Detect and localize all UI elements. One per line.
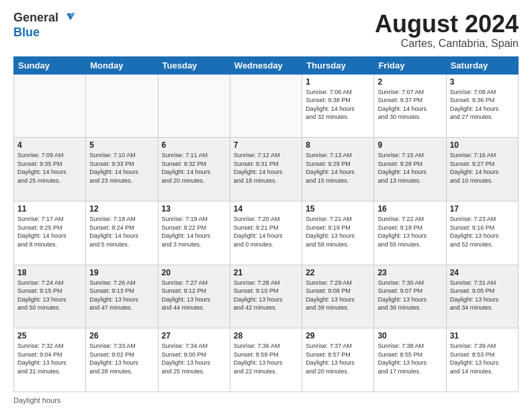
day-info: Sunrise: 7:30 AM Sunset: 9:07 PM Dayligh… bbox=[378, 279, 442, 312]
page: General Blue August 2024 Cartes, Cantabr… bbox=[0, 0, 532, 411]
main-title: August 2024 bbox=[375, 11, 519, 38]
day-number: 25 bbox=[17, 331, 82, 340]
day-number: 18 bbox=[17, 268, 82, 277]
day-info: Sunrise: 7:28 AM Sunset: 9:10 PM Dayligh… bbox=[234, 279, 298, 312]
cell-week4-day3: 21Sunrise: 7:28 AM Sunset: 9:10 PM Dayli… bbox=[230, 265, 302, 328]
day-number: 26 bbox=[89, 331, 154, 340]
day-number: 2 bbox=[378, 77, 442, 87]
cell-week3-day1: 12Sunrise: 7:18 AM Sunset: 9:24 PM Dayli… bbox=[86, 201, 158, 265]
header: General Blue August 2024 Cartes, Cantabr… bbox=[13, 11, 519, 50]
day-info: Sunrise: 7:29 AM Sunset: 9:08 PM Dayligh… bbox=[306, 279, 370, 312]
day-info: Sunrise: 7:20 AM Sunset: 9:21 PM Dayligh… bbox=[234, 215, 298, 248]
day-info: Sunrise: 7:13 AM Sunset: 9:29 PM Dayligh… bbox=[306, 151, 370, 185]
day-info: Sunrise: 7:36 AM Sunset: 8:58 PM Dayligh… bbox=[234, 342, 298, 375]
cell-week3-day0: 11Sunrise: 7:17 AM Sunset: 9:25 PM Dayli… bbox=[14, 201, 86, 265]
cell-week1-day0 bbox=[14, 74, 86, 138]
cell-week4-day5: 23Sunrise: 7:30 AM Sunset: 9:07 PM Dayli… bbox=[374, 265, 446, 328]
day-number: 13 bbox=[162, 204, 226, 214]
day-info: Sunrise: 7:09 AM Sunset: 9:35 PM Dayligh… bbox=[17, 151, 82, 185]
day-info: Sunrise: 7:19 AM Sunset: 9:22 PM Dayligh… bbox=[162, 215, 226, 248]
day-number: 19 bbox=[89, 268, 154, 277]
cell-week1-day5: 2Sunrise: 7:07 AM Sunset: 9:37 PM Daylig… bbox=[374, 74, 446, 138]
day-number: 27 bbox=[162, 331, 226, 340]
cell-week5-day0: 25Sunrise: 7:32 AM Sunset: 9:04 PM Dayli… bbox=[14, 328, 86, 392]
day-number: 11 bbox=[17, 204, 82, 214]
week-row-3: 11Sunrise: 7:17 AM Sunset: 9:25 PM Dayli… bbox=[14, 201, 519, 265]
day-number: 9 bbox=[378, 140, 442, 150]
day-info: Sunrise: 7:33 AM Sunset: 9:02 PM Dayligh… bbox=[89, 342, 154, 375]
day-number: 17 bbox=[450, 204, 515, 214]
day-number: 3 bbox=[450, 77, 515, 87]
cell-week2-day2: 6Sunrise: 7:11 AM Sunset: 9:32 PM Daylig… bbox=[158, 138, 230, 201]
day-info: Sunrise: 7:16 AM Sunset: 9:27 PM Dayligh… bbox=[450, 151, 515, 185]
day-number: 6 bbox=[162, 140, 226, 150]
header-thursday: Thursday bbox=[302, 56, 374, 74]
day-info: Sunrise: 7:10 AM Sunset: 9:33 PM Dayligh… bbox=[89, 151, 154, 185]
day-info: Sunrise: 7:15 AM Sunset: 9:28 PM Dayligh… bbox=[378, 151, 442, 185]
cell-week1-day6: 3Sunrise: 7:08 AM Sunset: 9:36 PM Daylig… bbox=[446, 74, 518, 138]
subtitle: Cartes, Cantabria, Spain bbox=[375, 38, 519, 50]
day-number: 7 bbox=[234, 140, 298, 150]
day-info: Sunrise: 7:11 AM Sunset: 9:32 PM Dayligh… bbox=[162, 151, 226, 185]
cell-week5-day1: 26Sunrise: 7:33 AM Sunset: 9:02 PM Dayli… bbox=[86, 328, 158, 392]
logo-blue: Blue bbox=[13, 26, 75, 40]
day-number: 28 bbox=[234, 331, 298, 340]
cell-week2-day0: 4Sunrise: 7:09 AM Sunset: 9:35 PM Daylig… bbox=[14, 138, 86, 201]
day-number: 21 bbox=[234, 268, 298, 277]
day-info: Sunrise: 7:39 AM Sunset: 8:53 PM Dayligh… bbox=[450, 342, 515, 375]
cell-week1-day1 bbox=[86, 74, 158, 138]
day-number: 8 bbox=[306, 140, 370, 150]
cell-week4-day1: 19Sunrise: 7:26 AM Sunset: 9:13 PM Dayli… bbox=[86, 265, 158, 328]
week-row-2: 4Sunrise: 7:09 AM Sunset: 9:35 PM Daylig… bbox=[14, 138, 519, 201]
cell-week5-day5: 30Sunrise: 7:38 AM Sunset: 8:55 PM Dayli… bbox=[374, 328, 446, 392]
day-info: Sunrise: 7:08 AM Sunset: 9:36 PM Dayligh… bbox=[450, 88, 515, 122]
cell-week1-day4: 1Sunrise: 7:06 AM Sunset: 9:38 PM Daylig… bbox=[302, 74, 374, 138]
cell-week5-day6: 31Sunrise: 7:39 AM Sunset: 8:53 PM Dayli… bbox=[446, 328, 518, 392]
logo: General Blue bbox=[13, 11, 75, 40]
cell-week3-day3: 14Sunrise: 7:20 AM Sunset: 9:21 PM Dayli… bbox=[230, 201, 302, 265]
week-row-5: 25Sunrise: 7:32 AM Sunset: 9:04 PM Dayli… bbox=[14, 328, 519, 392]
cell-week1-day3 bbox=[230, 74, 302, 138]
header-tuesday: Tuesday bbox=[158, 56, 230, 74]
day-info: Sunrise: 7:06 AM Sunset: 9:38 PM Dayligh… bbox=[306, 88, 370, 122]
day-info: Sunrise: 7:07 AM Sunset: 9:37 PM Dayligh… bbox=[378, 88, 442, 122]
day-number: 5 bbox=[89, 140, 154, 150]
day-info: Sunrise: 7:34 AM Sunset: 9:00 PM Dayligh… bbox=[162, 342, 226, 375]
cell-week2-day5: 9Sunrise: 7:15 AM Sunset: 9:28 PM Daylig… bbox=[374, 138, 446, 201]
cell-week2-day6: 10Sunrise: 7:16 AM Sunset: 9:27 PM Dayli… bbox=[446, 138, 518, 201]
cell-week4-day4: 22Sunrise: 7:29 AM Sunset: 9:08 PM Dayli… bbox=[302, 265, 374, 328]
day-number: 30 bbox=[378, 331, 442, 340]
cell-week3-day5: 16Sunrise: 7:22 AM Sunset: 9:18 PM Dayli… bbox=[374, 201, 446, 265]
day-number: 10 bbox=[450, 140, 515, 150]
cell-week2-day1: 5Sunrise: 7:10 AM Sunset: 9:33 PM Daylig… bbox=[86, 138, 158, 201]
day-info: Sunrise: 7:32 AM Sunset: 9:04 PM Dayligh… bbox=[17, 342, 82, 375]
day-info: Sunrise: 7:37 AM Sunset: 8:57 PM Dayligh… bbox=[306, 342, 370, 375]
day-info: Sunrise: 7:38 AM Sunset: 8:55 PM Dayligh… bbox=[378, 342, 442, 375]
day-number: 24 bbox=[450, 268, 515, 277]
cell-week5-day4: 29Sunrise: 7:37 AM Sunset: 8:57 PM Dayli… bbox=[302, 328, 374, 392]
week-row-4: 18Sunrise: 7:24 AM Sunset: 9:15 PM Dayli… bbox=[14, 265, 519, 328]
cell-week4-day2: 20Sunrise: 7:27 AM Sunset: 9:12 PM Dayli… bbox=[158, 265, 230, 328]
footer-text: Daylight hours bbox=[13, 396, 60, 404]
day-info: Sunrise: 7:26 AM Sunset: 9:13 PM Dayligh… bbox=[89, 279, 154, 312]
header-row: SundayMondayTuesdayWednesdayThursdayFrid… bbox=[14, 56, 519, 74]
day-number: 22 bbox=[306, 268, 370, 277]
day-info: Sunrise: 7:23 AM Sunset: 9:16 PM Dayligh… bbox=[450, 215, 515, 248]
day-info: Sunrise: 7:31 AM Sunset: 9:05 PM Dayligh… bbox=[450, 279, 515, 312]
day-number: 20 bbox=[162, 268, 226, 277]
day-number: 29 bbox=[306, 331, 370, 340]
header-saturday: Saturday bbox=[446, 56, 518, 74]
cell-week3-day6: 17Sunrise: 7:23 AM Sunset: 9:16 PM Dayli… bbox=[446, 201, 518, 265]
cell-week1-day2 bbox=[158, 74, 230, 138]
day-number: 1 bbox=[306, 77, 370, 87]
cell-week5-day2: 27Sunrise: 7:34 AM Sunset: 9:00 PM Dayli… bbox=[158, 328, 230, 392]
title-block: August 2024 Cartes, Cantabria, Spain bbox=[375, 11, 519, 50]
day-info: Sunrise: 7:17 AM Sunset: 9:25 PM Dayligh… bbox=[17, 215, 82, 248]
header-friday: Friday bbox=[374, 56, 446, 74]
header-monday: Monday bbox=[86, 56, 158, 74]
cell-week4-day0: 18Sunrise: 7:24 AM Sunset: 9:15 PM Dayli… bbox=[14, 265, 86, 328]
cell-week3-day4: 15Sunrise: 7:21 AM Sunset: 9:19 PM Dayli… bbox=[302, 201, 374, 265]
header-sunday: Sunday bbox=[14, 56, 86, 74]
day-info: Sunrise: 7:21 AM Sunset: 9:19 PM Dayligh… bbox=[306, 215, 370, 248]
cell-week2-day4: 8Sunrise: 7:13 AM Sunset: 9:29 PM Daylig… bbox=[302, 138, 374, 201]
